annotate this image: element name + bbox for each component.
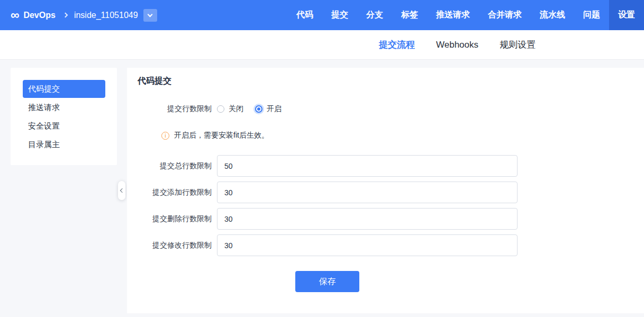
save-row: 保存	[138, 271, 644, 292]
nav-tab-commits[interactable]: 提交	[322, 0, 357, 30]
nav-tab-push-requests[interactable]: 推送请求	[427, 0, 479, 30]
subnav-tab-rule-settings[interactable]: 规则设置	[500, 39, 536, 51]
chevron-left-icon	[120, 188, 124, 193]
commit-line-limit-radio-group: 关闭 开启	[217, 104, 282, 114]
field-row-deleted-lines: 提交删除行数限制	[138, 208, 644, 230]
nav-tab-branches[interactable]: 分支	[357, 0, 392, 30]
nav-tab-merge-requests[interactable]: 合并请求	[479, 0, 531, 30]
breadcrumb: ∞ DevOps inside_11051049	[11, 9, 157, 22]
top-navigation: 代码 提交 分支 标签 推送请求 合并请求 流水线 问题 设置	[287, 0, 644, 30]
radio-checked-icon[interactable]	[255, 105, 262, 113]
settings-panel: 代码提交 提交行数限制 关闭 开启 i 开启后，需要安装fit后生效。 提交总行…	[127, 68, 644, 313]
commit-line-limit-row: 提交行数限制 关闭 开启	[138, 103, 644, 114]
added-lines-label: 提交添加行数限制	[138, 188, 212, 197]
breadcrumb-chevron-right-icon	[62, 13, 68, 18]
radio-option-on-label: 开启	[267, 104, 282, 114]
nav-tab-pipelines[interactable]: 流水线	[531, 0, 574, 30]
nav-tab-settings[interactable]: 设置	[609, 0, 644, 30]
save-button[interactable]: 保存	[295, 271, 359, 292]
total-lines-label: 提交总行数限制	[138, 161, 212, 171]
radio-option-on[interactable]: 开启	[255, 104, 282, 114]
project-dropdown-button[interactable]	[143, 9, 157, 22]
sidebar-item-directory-owner[interactable]: 目录属主	[23, 135, 105, 153]
field-row-added-lines: 提交添加行数限制	[138, 182, 644, 203]
subnav-tab-webhooks[interactable]: Webhooks	[436, 40, 478, 50]
settings-subnav: 提交流程 Webhooks 规则设置	[0, 30, 644, 60]
radio-option-off[interactable]: 关闭	[217, 104, 243, 114]
chevron-down-icon	[148, 12, 153, 17]
page-title: 代码提交	[138, 76, 644, 87]
sidebar-collapse-button[interactable]	[118, 181, 125, 200]
notice-row: i 开启后，需要安装fit后生效。	[161, 130, 644, 141]
sidebar-item-code-commit[interactable]: 代码提交	[23, 80, 105, 98]
sidebar-item-security-settings[interactable]: 安全设置	[23, 117, 105, 135]
radio-option-off-label: 关闭	[229, 104, 243, 114]
nav-tab-issues[interactable]: 问题	[574, 0, 609, 30]
subnav-tab-commit-process[interactable]: 提交流程	[379, 39, 415, 51]
added-lines-input[interactable]	[217, 182, 518, 203]
sidebar-item-push-request[interactable]: 推送请求	[23, 98, 105, 116]
page-body: 代码提交 推送请求 安全设置 目录属主 代码提交 提交行数限制 关闭 开启 i	[0, 60, 644, 317]
commit-line-limit-label: 提交行数限制	[138, 104, 212, 114]
field-row-modified-lines: 提交修改行数限制	[138, 234, 644, 256]
breadcrumb-product[interactable]: DevOps	[23, 11, 55, 20]
deleted-lines-label: 提交删除行数限制	[138, 214, 212, 224]
notice-text: 开启后，需要安装fit后生效。	[174, 131, 269, 140]
top-header: ∞ DevOps inside_11051049 代码 提交 分支 标签 推送请…	[0, 0, 644, 30]
radio-unchecked-icon[interactable]	[217, 105, 224, 113]
breadcrumb-project[interactable]: inside_11051049	[74, 11, 138, 20]
deleted-lines-input[interactable]	[217, 208, 518, 230]
field-row-total-lines: 提交总行数限制	[138, 155, 644, 177]
nav-tab-tags[interactable]: 标签	[392, 0, 427, 30]
info-icon: i	[161, 132, 169, 140]
total-lines-input[interactable]	[217, 155, 518, 177]
modified-lines-label: 提交修改行数限制	[138, 241, 212, 250]
devops-logo-icon: ∞	[11, 9, 19, 21]
limit-fields: 提交总行数限制 提交添加行数限制 提交删除行数限制 提交修改行数限制	[138, 155, 644, 256]
modified-lines-input[interactable]	[217, 234, 518, 256]
settings-sidebar: 代码提交 推送请求 安全设置 目录属主	[11, 68, 117, 165]
nav-tab-code[interactable]: 代码	[287, 0, 322, 30]
